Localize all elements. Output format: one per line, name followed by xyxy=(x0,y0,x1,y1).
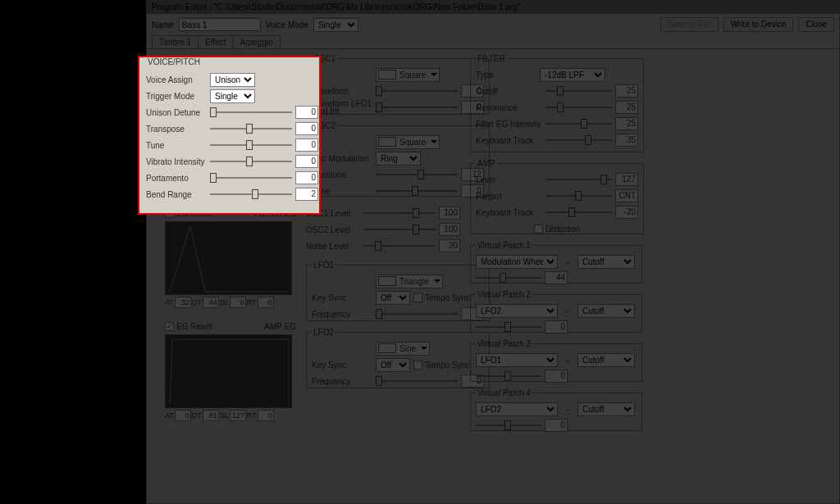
osc1-level-slider[interactable] xyxy=(363,207,436,219)
tune-slider[interactable] xyxy=(210,139,292,151)
vibrato-label: Vibrato Intensity xyxy=(146,157,207,166)
filter-egint-slider[interactable] xyxy=(546,118,612,129)
vp1-amt-slider[interactable] xyxy=(476,272,541,284)
lfo1-wave-select[interactable]: Triangle xyxy=(376,275,443,288)
vp2-dst[interactable]: Cutoff xyxy=(578,304,635,318)
lfo1-freq-slider[interactable] xyxy=(376,308,458,320)
filter-eg-sl[interactable]: 0 xyxy=(230,297,246,308)
unison-detune-slider[interactable] xyxy=(210,107,292,118)
osc1-waveform-slider[interactable] xyxy=(376,85,458,97)
vp2-amt-value[interactable]: 0 xyxy=(545,320,568,334)
vp3-amt-slider[interactable] xyxy=(476,370,541,382)
filter-eg-graph[interactable] xyxy=(165,221,292,295)
tune-value[interactable]: 0 xyxy=(295,138,318,152)
resonance-slider[interactable] xyxy=(546,102,612,113)
vp4-dst[interactable]: Cutoff xyxy=(578,402,635,416)
osc2-level-slider[interactable] xyxy=(363,224,436,235)
noise-level-label: Noise Level xyxy=(306,242,360,251)
filter-kbt-slider[interactable] xyxy=(546,134,612,146)
amp-eg-reset-checkbox[interactable]: ✓EG Reset xyxy=(165,322,212,331)
triangle-wave-icon xyxy=(378,276,396,286)
voice-assign-select[interactable]: Unison xyxy=(210,73,255,87)
osc1-wave-select[interactable]: Square xyxy=(376,68,440,82)
trigger-mode-select[interactable]: Single xyxy=(210,89,255,103)
unison-detune-value[interactable]: 0 xyxy=(295,106,318,119)
amp-eg-graph[interactable] xyxy=(165,334,292,408)
vp2-src[interactable]: LFO2 xyxy=(476,304,558,318)
lfo1-tempo-checkbox[interactable]: Tempo Sync xyxy=(413,293,470,302)
amp-level-value[interactable]: 127 xyxy=(615,173,638,186)
vp2-amt-slider[interactable] xyxy=(476,321,541,333)
filter-type-select[interactable]: -12dB LPF xyxy=(540,68,605,82)
vibrato-value[interactable]: 0 xyxy=(295,155,318,168)
lfo2-keysync-select[interactable]: Off xyxy=(376,358,410,372)
portamento-value[interactable]: 0 xyxy=(295,171,318,184)
vp1-amt-value[interactable]: 44 xyxy=(545,271,568,284)
amp-eg-at[interactable]: 0 xyxy=(175,410,191,421)
osc2-level-value[interactable]: 100 xyxy=(439,223,460,236)
transpose-value[interactable]: 0 xyxy=(295,122,318,135)
amp-eg-dt[interactable]: 81 xyxy=(203,410,219,421)
amp-kbt-slider[interactable] xyxy=(546,207,612,218)
lfo2-freq-slider[interactable] xyxy=(376,375,458,387)
osc1-mod-slider[interactable] xyxy=(376,102,458,113)
tab-arpeggio[interactable]: Arpeggio xyxy=(232,35,280,48)
voice-mode-select[interactable]: Single xyxy=(313,18,358,32)
filter-egint-value[interactable]: 25 xyxy=(615,117,638,130)
osc2-level-label: OSC2 Level xyxy=(306,225,360,234)
vp4-amt-value[interactable]: 0 xyxy=(545,419,568,432)
vp1-src[interactable]: Modulation Wheel xyxy=(476,255,558,269)
square-wave-icon xyxy=(378,70,396,79)
lfo1-keysync-select[interactable]: Off xyxy=(376,291,410,305)
panpot-value[interactable]: CNT xyxy=(615,189,638,202)
panpot-slider[interactable] xyxy=(546,190,612,202)
bend-range-slider[interactable] xyxy=(210,188,292,200)
vp4-src[interactable]: LFO2 xyxy=(476,402,558,416)
osc1-level-value[interactable]: 100 xyxy=(439,207,460,220)
amp-eg-section: ✓EG Reset AMP EG AT0 DT81 SL127 RT0 xyxy=(165,318,296,421)
lfo2-wave-select[interactable]: Sine xyxy=(376,342,430,356)
tab-timbre1[interactable]: Timbre 1 xyxy=(152,35,199,48)
bend-range-value[interactable]: 2 xyxy=(295,188,318,201)
noise-level-value[interactable]: 20 xyxy=(439,239,460,252)
arrow-icon: → xyxy=(564,257,572,266)
osc1-group: OSC1 Square Waveform 0 Waveform LFO1 Mod… xyxy=(306,54,490,115)
filter-eg-dt[interactable]: 44 xyxy=(203,297,219,308)
transpose-label: Transpose xyxy=(146,125,207,134)
portamento-slider[interactable] xyxy=(210,172,292,184)
osc2-wave-select[interactable]: Square xyxy=(376,135,440,149)
cutoff-slider[interactable] xyxy=(546,85,612,97)
filter-eg-rt[interactable]: 0 xyxy=(258,297,274,308)
vp3-amt-value[interactable]: 0 xyxy=(545,370,568,383)
vp3-src[interactable]: LFO1 xyxy=(476,353,558,367)
vp1-dst[interactable]: Cutoff xyxy=(578,255,635,269)
distortion-checkbox[interactable]: Distortion xyxy=(534,225,580,234)
amp-kbt-value[interactable]: -20 xyxy=(615,206,638,219)
voice-assign-label: Voice Assign xyxy=(146,75,207,84)
resonance-value[interactable]: 25 xyxy=(615,101,638,114)
save-button[interactable]: Save to File xyxy=(660,17,719,32)
noise-level-slider[interactable] xyxy=(363,240,436,252)
close-button[interactable]: Close xyxy=(798,17,834,32)
cutoff-value[interactable]: 25 xyxy=(615,84,638,98)
amp-eg-rt[interactable]: 0 xyxy=(258,410,274,421)
amp-level-slider[interactable] xyxy=(546,174,612,185)
lfo1-keysync-label: Key Sync xyxy=(312,293,372,302)
osc2-oscmod-select[interactable]: Ring xyxy=(376,152,421,166)
filter-kbt-value[interactable]: 35 xyxy=(615,134,638,147)
lfo2-tempo-checkbox[interactable]: Tempo Sync xyxy=(413,361,470,370)
write-button[interactable]: Write to Device xyxy=(724,17,794,32)
transpose-slider[interactable] xyxy=(210,123,292,134)
vp4-legend: Virtual Patch 4 xyxy=(476,388,532,397)
osc2-semi-slider[interactable] xyxy=(376,169,458,180)
osc2-tune-slider[interactable] xyxy=(376,185,458,197)
vp2-group: Virtual Patch 2 LFO2 → Cutoff 0 xyxy=(470,290,642,333)
name-field[interactable] xyxy=(179,18,261,31)
cutoff-label: Cutoff xyxy=(476,87,543,96)
vp3-dst[interactable]: Cutoff xyxy=(578,353,635,367)
vp4-amt-slider[interactable] xyxy=(476,420,541,431)
vibrato-slider[interactable] xyxy=(210,156,292,167)
filter-eg-at[interactable]: 32 xyxy=(175,297,191,308)
tab-effect[interactable]: Effect xyxy=(198,35,233,48)
amp-eg-sl[interactable]: 127 xyxy=(230,410,246,421)
